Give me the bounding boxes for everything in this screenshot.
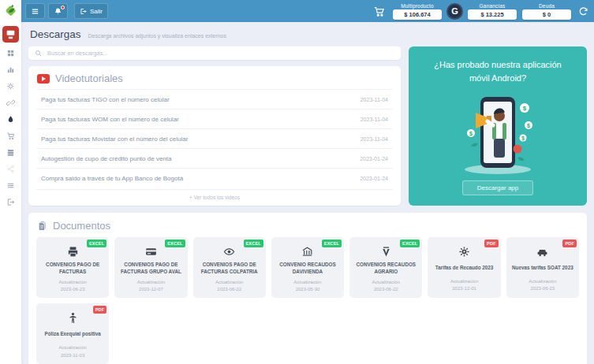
logout-icon <box>6 198 15 206</box>
documentos-card: Documentos EXCEL CONVENIOS PAGO DE FACTU… <box>28 213 587 364</box>
cart-icon[interactable] <box>373 6 385 17</box>
sidebar-item-link[interactable] <box>6 95 15 111</box>
sidebar-item-menu[interactable] <box>6 177 15 194</box>
video-date: 2023-11-04 <box>361 136 388 142</box>
mobile-app-promo-card: ¿Has probado nuestra aplicación móvil An… <box>409 46 587 206</box>
document-title: Póliza Exequial positiva <box>44 328 100 341</box>
filetype-badge: EXCEL <box>244 240 263 247</box>
document-title: CONVENIOS PAGO DE FACTURAS COLPATRIA <box>196 262 263 276</box>
page-header: Descargas Descarga archivos adjuntos y v… <box>30 28 587 40</box>
promo-title: ¿Has probado nuestra aplicación móvil An… <box>424 58 571 84</box>
videos-section-title: Videotutoriales <box>55 72 123 84</box>
share-icon <box>6 165 15 173</box>
content-column: Salir Multiproducto $ 106.674 G Ganancia… <box>21 0 594 364</box>
svg-text:$: $ <box>469 131 473 137</box>
sidebar-item-logout[interactable] <box>6 194 15 210</box>
page-subtitle: Descarga archivos adjuntos y visualiza e… <box>88 33 226 39</box>
top-header: Salir Multiproducto $ 106.674 G Ganancia… <box>21 0 594 22</box>
coin-logo-icon: G <box>446 3 463 20</box>
mobile-app-illustration: $ $ $ $ <box>452 87 544 176</box>
sidebar-item-gear[interactable] <box>6 78 15 95</box>
video-title: Paga tus facturas Movistar con el número… <box>41 136 188 143</box>
video-title: Compra saldo a través de tu App Banco de… <box>41 175 183 182</box>
document-title: CONVENIOS RECAUDOS AGRARIO <box>353 262 419 276</box>
video-row[interactable]: Autogestión de cupo de crédito punto de … <box>36 148 393 168</box>
video-title: Autogestión de cupo de crédito punto de … <box>41 155 171 162</box>
sidebar-item-share[interactable] <box>6 161 15 177</box>
download-app-button[interactable]: Descargar app <box>462 180 533 195</box>
video-date: 2023-11-04 <box>361 97 388 102</box>
video-row[interactable]: Paga tus facturas TIGO con el número cel… <box>36 89 393 109</box>
dashboard-icon <box>6 49 15 58</box>
notifications-button[interactable] <box>48 3 68 19</box>
sidebar-item-dashboard[interactable] <box>6 45 15 61</box>
sidebar-item-chart[interactable] <box>6 61 15 78</box>
app-logo[interactable] <box>0 0 21 22</box>
logout-button[interactable]: Salir <box>74 3 108 19</box>
video-row[interactable]: Compra saldo a través de tu App Banco de… <box>36 168 393 188</box>
wallet-label: Ganancias <box>480 3 506 9</box>
app-window: Salir Multiproducto $ 106.674 G Ganancia… <box>0 0 594 364</box>
hamburger-icon <box>31 7 39 16</box>
document-updated: Actualización 2023-06-23 <box>529 278 556 293</box>
document-grid: EXCEL CONVENIOS PAGO DE FACTURAS Actuali… <box>36 237 579 364</box>
page-title: Descargas <box>30 28 81 40</box>
documents-section-title: Documentos <box>53 220 110 232</box>
video-date: 2023-01-24 <box>360 156 388 162</box>
sidebar-item-cart[interactable] <box>6 128 15 144</box>
video-title: Paga tus facturas WOM con el número de c… <box>41 116 179 123</box>
document-card[interactable]: EXCEL CONVENIOS RECAUDOS AGRARIO Actuali… <box>349 237 422 298</box>
sidebar-item-cards[interactable] <box>6 144 15 161</box>
document-card[interactable]: EXCEL CONVENIO RECAUDOS DAVIVIENDA Actua… <box>271 237 344 298</box>
filetype-badge: EXCEL <box>322 240 342 247</box>
credit-card-icon <box>144 244 158 258</box>
sidebar-item-drop[interactable] <box>6 111 15 128</box>
car-icon <box>536 244 549 258</box>
document-card[interactable]: EXCEL CONVENIOS PAGO DE FACTURAS GRUPO A… <box>114 237 187 298</box>
document-card[interactable]: PDF Póliza Exequial positiva Actualizaci… <box>36 303 109 364</box>
document-updated: Actualización 2023-06-22 <box>372 279 400 294</box>
person-icon <box>66 310 80 325</box>
menu-icon <box>6 181 15 190</box>
video-date: 2023-01-24 <box>360 176 388 181</box>
green-leaf-logo-icon <box>4 4 18 18</box>
printer-icon <box>66 244 80 258</box>
document-card[interactable]: EXCEL CONVENIOS PAGO DE FACTURAS COLPATR… <box>193 237 266 298</box>
menu-toggle-button[interactable] <box>25 3 45 19</box>
video-row[interactable]: Paga tus facturas Movistar con el número… <box>36 128 393 148</box>
document-updated: Actualización 2023-06-23 <box>58 279 86 294</box>
wallet-summary: Multiproducto $ 106.674 G Ganancias $ 13… <box>373 3 588 20</box>
document-updated: Actualización 2023-05-30 <box>293 279 321 294</box>
document-updated: Actualización 2023-12-01 <box>450 278 478 293</box>
sidebar-nav <box>6 45 15 210</box>
wallet-value: $ 0 <box>522 9 571 20</box>
document-title: CONVENIOS PAGO DE FACTURAS <box>39 262 106 276</box>
filetype-badge: EXCEL <box>165 240 185 247</box>
svg-text:$: $ <box>527 123 530 129</box>
document-title: Nuevas tarifas SOAT 2023 <box>512 262 573 275</box>
documents-icon <box>37 221 47 231</box>
cart-icon <box>6 132 15 140</box>
document-card[interactable]: EXCEL CONVENIOS PAGO DE FACTURAS Actuali… <box>36 237 109 298</box>
filetype-badge: PDF <box>93 306 107 314</box>
document-card[interactable]: PDF Nuevas tarifas SOAT 2023 Actualizaci… <box>506 237 579 298</box>
document-updated: Actualización 2023-11-03 <box>58 344 86 359</box>
link-icon <box>6 98 15 107</box>
refresh-icon[interactable] <box>578 6 588 17</box>
wallet-multiproducto: Multiproducto $ 106.674 <box>393 3 442 20</box>
wallet-value: $ 106.674 <box>393 9 442 20</box>
video-list: Paga tus facturas TIGO con el número cel… <box>36 89 393 189</box>
search-input[interactable] <box>46 49 394 58</box>
wallet-label: Multiproducto <box>401 3 434 9</box>
document-card[interactable]: PDF Tarifas de Recaudo 2023 Actualizació… <box>428 237 500 298</box>
document-updated: Actualización 2023-06-22 <box>215 279 243 294</box>
document-title: CONVENIOS PAGO DE FACTURAS GRUPO AVAL <box>118 262 184 276</box>
brand-logo[interactable] <box>2 26 19 43</box>
sidebar <box>0 0 21 364</box>
chart-icon <box>6 65 15 74</box>
see-all-videos-link[interactable]: + Ver todos los videos <box>36 189 393 202</box>
eye-icon <box>222 244 236 258</box>
video-date: 2023-11-04 <box>361 117 388 122</box>
filetype-badge: PDF <box>562 240 577 247</box>
video-row[interactable]: Paga tus facturas WOM con el número de c… <box>36 109 393 128</box>
